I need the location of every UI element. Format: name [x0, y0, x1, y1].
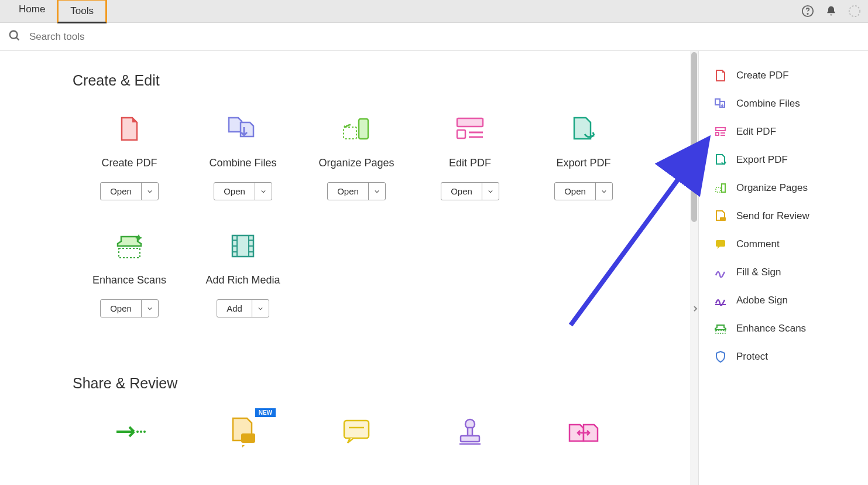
- svg-rect-42: [716, 330, 725, 333]
- tool-combine-files[interactable]: Combine Files Open: [186, 112, 300, 230]
- organize-pages-icon: [340, 112, 373, 145]
- section-create-edit-title: Create & Edit: [73, 72, 690, 89]
- add-button[interactable]: Add: [217, 300, 252, 317]
- tool-share[interactable]: [73, 415, 186, 485]
- sidebar-item-edit-pdf[interactable]: Edit PDF: [709, 118, 868, 146]
- sidebar-item-protect[interactable]: Protect: [709, 343, 868, 371]
- tool-action-button[interactable]: Open: [327, 182, 386, 200]
- tool-label: Create PDF: [101, 157, 157, 169]
- collapse-panel-icon[interactable]: [693, 303, 699, 315]
- svg-rect-6: [344, 127, 356, 139]
- sidebar-item-label: Fill & Sign: [736, 267, 781, 278]
- adobe-sign-icon: [714, 294, 727, 307]
- edit-pdf-icon: [454, 112, 486, 145]
- dropdown-button[interactable]: [142, 300, 158, 317]
- section-share-review-title: Share & Review: [73, 375, 690, 392]
- dropdown-button[interactable]: [482, 183, 499, 200]
- enhance-scans-icon: [714, 322, 727, 335]
- tab-home[interactable]: Home: [7, 0, 57, 23]
- sidebar-item-label: Export PDF: [736, 154, 788, 166]
- sidebar-item-combine-files[interactable]: Combine Files: [709, 90, 868, 118]
- scrollbar[interactable]: [690, 51, 698, 485]
- svg-rect-5: [359, 119, 368, 139]
- dropdown-button[interactable]: [255, 183, 272, 200]
- open-button[interactable]: Open: [441, 183, 482, 200]
- open-button[interactable]: Open: [555, 183, 596, 200]
- rich-media-icon: [227, 230, 259, 262]
- compare-icon: [567, 415, 600, 448]
- svg-rect-8: [457, 130, 465, 138]
- dropdown-button[interactable]: [142, 183, 158, 200]
- svg-rect-34: [716, 132, 719, 135]
- tool-label: Combine Files: [209, 157, 276, 169]
- dropdown-button[interactable]: [596, 183, 612, 200]
- sidebar-item-comment[interactable]: Comment: [709, 230, 868, 258]
- tool-action-button[interactable]: Open: [441, 182, 499, 200]
- svg-rect-38: [716, 187, 721, 192]
- comment-icon: [340, 415, 373, 448]
- tool-action-button[interactable]: Add: [217, 299, 269, 317]
- tool-organize-pages[interactable]: Organize Pages Open: [300, 112, 413, 230]
- svg-rect-31: [715, 99, 720, 105]
- svg-point-23: [143, 431, 146, 433]
- dropdown-button[interactable]: [369, 183, 385, 200]
- scrollbar-thumb[interactable]: [691, 52, 697, 222]
- tool-action-button[interactable]: Open: [100, 299, 159, 317]
- svg-rect-40: [716, 240, 725, 247]
- tool-label: Enhance Scans: [92, 274, 166, 286]
- protect-icon: [714, 350, 727, 363]
- sidebar-item-label: Send for Review: [736, 210, 809, 222]
- tool-edit-pdf[interactable]: Edit PDF Open: [413, 112, 527, 230]
- open-button[interactable]: Open: [101, 183, 142, 200]
- tool-comment[interactable]: [300, 415, 413, 485]
- combine-files-icon: [714, 97, 727, 110]
- svg-point-3: [10, 30, 18, 38]
- tool-label: Edit PDF: [449, 157, 491, 169]
- search-bar: [0, 23, 868, 51]
- edit-pdf-icon: [714, 125, 727, 138]
- tool-export-pdf[interactable]: Export PDF Open: [527, 112, 640, 230]
- fill-sign-icon: [714, 266, 727, 279]
- top-bar: Home Tools: [0, 0, 868, 23]
- tool-label: Export PDF: [556, 157, 610, 169]
- tool-compare[interactable]: [527, 415, 640, 485]
- svg-rect-24: [241, 433, 255, 443]
- sidebar-item-create-pdf[interactable]: Create PDF: [709, 62, 868, 90]
- create-pdf-icon: [714, 69, 727, 82]
- dropdown-button[interactable]: [252, 300, 269, 317]
- bell-icon[interactable]: [825, 5, 838, 18]
- sidebar-item-adobe-sign[interactable]: Adobe Sign: [709, 286, 868, 315]
- sidebar-item-label: Organize Pages: [736, 182, 808, 194]
- sidebar-item-organize-pages[interactable]: Organize Pages: [709, 174, 868, 202]
- create-pdf-icon: [113, 112, 146, 145]
- svg-rect-28: [468, 428, 472, 436]
- tool-create-pdf[interactable]: Create PDF Open: [73, 112, 186, 230]
- open-button[interactable]: Open: [101, 300, 142, 317]
- tool-label: Organize Pages: [318, 157, 394, 169]
- open-button[interactable]: Open: [328, 183, 369, 200]
- help-icon[interactable]: [801, 5, 814, 18]
- tool-action-button[interactable]: Open: [554, 182, 613, 200]
- search-input[interactable]: [29, 31, 322, 43]
- sidebar-item-export-pdf[interactable]: Export PDF: [709, 146, 868, 174]
- tool-action-button[interactable]: Open: [214, 182, 272, 200]
- sidebar-item-enhance-scans[interactable]: Enhance Scans: [709, 315, 868, 343]
- tab-tools[interactable]: Tools: [57, 0, 107, 23]
- content-area: Create & Edit Create PDF Open Combine Fi…: [0, 51, 690, 485]
- svg-point-22: [140, 431, 142, 433]
- nav-tabs: Home Tools: [7, 0, 107, 23]
- tool-enhance-scans[interactable]: Enhance Scans Open: [73, 230, 186, 347]
- svg-line-4: [16, 37, 19, 40]
- activity-icon[interactable]: [848, 5, 861, 18]
- sidebar-item-fill-sign[interactable]: Fill & Sign: [709, 258, 868, 286]
- tool-stamp[interactable]: [413, 415, 527, 485]
- tool-add-rich-media[interactable]: Add Rich Media Add: [186, 230, 300, 347]
- search-icon: [8, 29, 21, 45]
- tool-send-review[interactable]: NEW: [186, 415, 300, 485]
- enhance-scans-icon: [113, 230, 146, 262]
- sidebar-item-send-review[interactable]: Send for Review: [709, 202, 868, 230]
- svg-point-2: [849, 6, 860, 16]
- sidebar-item-label: Edit PDF: [736, 126, 776, 138]
- open-button[interactable]: Open: [214, 183, 255, 200]
- tool-action-button[interactable]: Open: [100, 182, 159, 200]
